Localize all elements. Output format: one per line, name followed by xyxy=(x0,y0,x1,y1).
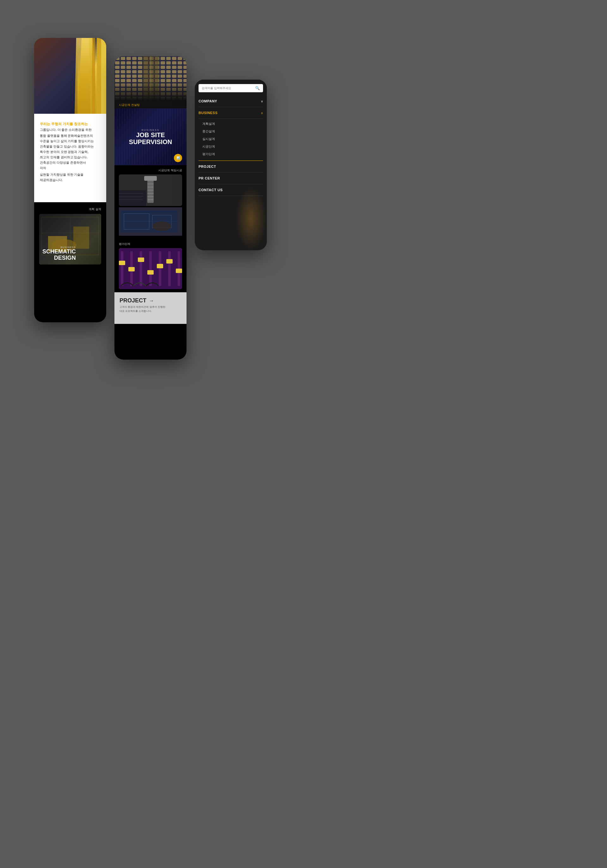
project-description: 고객의 환경과 제한여건에 맞추어 진행한 대표 프로젝트를 소개합니다. xyxy=(120,305,182,313)
construction-label: 시공단계 책임시공 xyxy=(119,168,182,172)
hero-text: BUSINESS JOB SITE SUPERVISION xyxy=(129,129,172,145)
evaluation-section: 평가단계 xyxy=(115,239,186,292)
menu-item-prcenter[interactable]: PR CENTER xyxy=(199,172,263,184)
left-phone: 우리는 무형의 가치를 창조하는 그룹입니다. 더 좋은 소리환경을 위한 통합… xyxy=(34,38,106,322)
company-label: COMPANY xyxy=(199,99,217,103)
evaluation-image xyxy=(119,248,182,289)
svg-rect-17 xyxy=(144,176,157,181)
submenu-item-construction[interactable]: 시공단계 xyxy=(199,143,263,150)
submenu-item-interim[interactable]: 중간설계 xyxy=(199,128,263,135)
submenu-item-planning[interactable]: 계획설계 xyxy=(199,120,263,128)
search-section: 🔍 xyxy=(195,80,267,95)
search-icon: 🔍 xyxy=(255,86,260,90)
svg-rect-45 xyxy=(138,257,144,262)
left-phone-dark-section: 계획 설계 BUSINESS SCHEMATIC DESIGN xyxy=(34,202,106,270)
search-input[interactable] xyxy=(202,87,255,90)
svg-rect-41 xyxy=(168,251,171,286)
svg-rect-25 xyxy=(119,190,146,206)
hero-cta-button[interactable]: 📊 xyxy=(174,154,182,162)
highlight-text: 우리는 무형의 가치를 창조하는 그룹입니다. 더 좋은 소리환경을 위한 xyxy=(40,121,101,132)
svg-rect-48 xyxy=(166,259,172,264)
construction-section: 시공단계 책임시공 xyxy=(115,165,186,239)
menu-item-business[interactable]: BUSINESS ∧ xyxy=(199,107,263,119)
svg-rect-47 xyxy=(157,264,163,268)
hero-section: BUSINESS JOB SITE SUPERVISION 📊 xyxy=(115,108,186,165)
submenu-item-evaluation[interactable]: 평가단계 xyxy=(199,150,263,158)
evaluation-label: 평가단계 xyxy=(119,242,182,246)
svg-rect-43 xyxy=(119,261,125,265)
svg-rect-38 xyxy=(140,251,142,286)
svg-rect-49 xyxy=(176,268,182,273)
svg-rect-44 xyxy=(128,267,135,271)
menu-item-company[interactable]: COMPANY ∨ xyxy=(199,95,263,107)
overlay-text: BUSINESS SCHEMATIC DESIGN xyxy=(42,246,76,261)
body-paragraph: 통합 플랫폼을 통해 문화예술컨텐츠의 수준을 높이고 삶의 가치를 향상시키는… xyxy=(40,133,101,170)
project-title: PROJECT → xyxy=(120,298,182,304)
svg-rect-2 xyxy=(101,38,106,114)
construction-image xyxy=(119,174,182,206)
svg-rect-40 xyxy=(159,251,161,286)
schematic-title: SCHEMATIC DESIGN xyxy=(42,249,76,261)
construction-image-2 xyxy=(119,207,182,236)
left-phone-hero xyxy=(34,38,106,114)
right-phone-menu: 🔍 COMPANY ∨ BUSINESS ∧ 계획설계 중간설계 실시설계 시공… xyxy=(195,80,267,250)
left-phone-content: 우리는 무형의 가치를 창조하는 그룹입니다. 더 좋은 소리환경을 위한 통합… xyxy=(34,114,106,202)
chevron-down-icon: ∨ xyxy=(261,99,263,103)
middle-dark-top: 시공단계 컨설팅 xyxy=(115,56,186,108)
body-paragraph-2: 실현할 가치향상을 위한 기술을 제공하겠습니다. xyxy=(40,172,101,183)
submenu-item-implementation[interactable]: 실시설계 xyxy=(199,135,263,143)
contact-label: CONTACT US xyxy=(199,188,222,192)
project-menu-label: PROJECT xyxy=(199,164,216,168)
svg-rect-36 xyxy=(121,251,123,286)
chevron-up-icon: ∧ xyxy=(261,111,263,115)
prcenter-label: PR CENTER xyxy=(199,176,220,180)
navigation-menu: COMPANY ∨ BUSINESS ∧ 계획설계 중간설계 실시설계 시공단계… xyxy=(195,95,267,196)
middle-phone: 시공단계 컨설팅 BUSINESS JOB SITE SUPERVISION 📊… xyxy=(115,56,186,360)
consulting-label: 시공단계 컨설팅 xyxy=(115,101,186,108)
business-label: BUSINESS xyxy=(199,111,217,115)
menu-item-contact[interactable]: CONTACT US xyxy=(199,184,263,196)
menu-item-project[interactable]: PROJECT xyxy=(199,161,263,172)
project-arrow[interactable]: → xyxy=(149,298,154,304)
business-submenu: 계획설계 중간설계 실시설계 시공단계 평가단계 xyxy=(199,119,263,161)
decorative-bg xyxy=(235,187,267,250)
search-bar[interactable]: 🔍 xyxy=(199,84,263,92)
audience-image xyxy=(115,56,186,101)
svg-rect-46 xyxy=(147,270,154,274)
svg-point-34 xyxy=(152,222,171,231)
svg-rect-39 xyxy=(149,251,152,286)
project-section: PROJECT → 고객의 환경과 제한여건에 맞추어 진행한 대표 프로젝트를… xyxy=(115,292,186,324)
svg-rect-1 xyxy=(92,38,95,114)
section-label: 계획 설계 xyxy=(39,207,101,211)
hero-title: JOB SITE SUPERVISION xyxy=(129,132,172,145)
schematic-image: BUSINESS SCHEMATIC DESIGN xyxy=(39,214,101,265)
svg-rect-0 xyxy=(97,38,101,114)
